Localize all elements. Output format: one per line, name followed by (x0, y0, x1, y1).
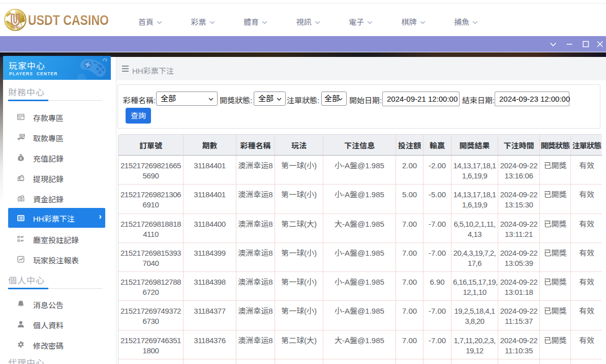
svg-text:CASINO: CASINO (10, 26, 20, 29)
